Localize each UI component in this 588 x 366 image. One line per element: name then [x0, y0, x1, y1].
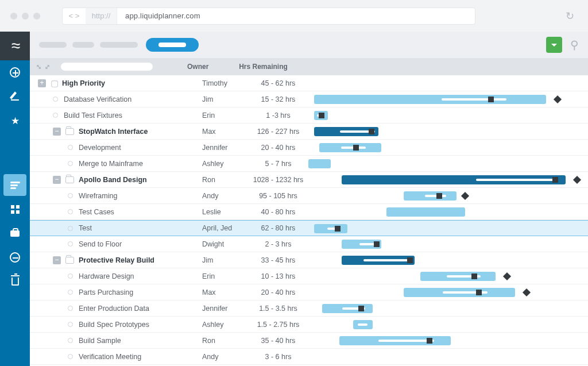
sidebar-remove[interactable]	[0, 245, 30, 269]
task-row[interactable]: Merge to MainframeAshley5 - 7 hrs	[30, 156, 588, 172]
max-dot[interactable]	[33, 13, 40, 20]
col-owner[interactable]: Owner	[187, 63, 233, 71]
gantt-bar[interactable]	[314, 127, 378, 136]
task-row[interactable]: Hardware DesignErin10 - 13 hrs	[30, 268, 588, 284]
gantt-bar[interactable]	[342, 256, 415, 265]
hrs-cell: 45 - 62 hrs	[248, 79, 308, 87]
task-row[interactable]: Enter Production DataJennifer1.5 - 3.5 h…	[30, 300, 588, 317]
search-icon[interactable]: ⚲	[570, 38, 579, 52]
task-row[interactable]: Test CasesLeslie40 - 80 hrs	[30, 204, 588, 220]
gantt-bar[interactable]	[342, 240, 381, 249]
sidebar-projects[interactable]	[3, 174, 26, 196]
owner-cell: Ashley	[202, 160, 248, 168]
owner-cell: Ron	[202, 337, 248, 345]
bar-marker	[369, 129, 374, 134]
task-name: Verification Meeting	[79, 353, 141, 361]
bar-marker	[374, 241, 380, 247]
folder-row[interactable]: −Apollo Band DesignRon1028 - 1232 hrs	[30, 172, 588, 188]
gantt-bar[interactable]	[339, 336, 451, 345]
gantt-bar[interactable]	[314, 224, 347, 233]
gantt-bar[interactable]	[353, 320, 373, 329]
nav-arrows-icon[interactable]: < >	[63, 11, 86, 20]
gantt-bar[interactable]	[319, 143, 381, 152]
filter-input[interactable]	[61, 63, 153, 71]
task-icon	[68, 354, 73, 359]
owner-cell: Ron	[202, 176, 248, 184]
protocol-label: http://	[86, 8, 117, 24]
trash-icon	[11, 278, 19, 286]
gantt-bar[interactable]	[342, 175, 566, 184]
gantt-bar[interactable]	[420, 272, 496, 281]
task-name: Database Verification	[64, 95, 131, 103]
bar-range	[442, 98, 506, 101]
url-text[interactable]: app.liquidplanner.com	[117, 11, 200, 20]
list-icon	[10, 182, 20, 188]
task-row[interactable]: DevelopmentJennifer20 - 40 hrs	[30, 140, 588, 156]
task-row[interactable]: WireframingAndy95 - 105 hrs	[30, 188, 588, 204]
gantt-bar[interactable]	[322, 304, 373, 313]
owner-cell: Erin	[202, 272, 248, 280]
sidebar-portfolio[interactable]	[0, 221, 30, 245]
gantt-cell	[308, 284, 588, 300]
gantt-bar[interactable]	[314, 95, 546, 104]
hrs-cell: 95 - 105 hrs	[248, 192, 308, 200]
toggler-icon[interactable]: +	[38, 79, 46, 87]
milestone-diamond-icon	[461, 192, 469, 200]
task-row[interactable]: Parts PurchasingMax20 - 40 hrs	[30, 284, 588, 300]
expand-icon[interactable]: ⤡	[36, 63, 41, 71]
gantt-bar[interactable]	[308, 159, 331, 168]
sidebar-trash[interactable]	[0, 269, 30, 294]
close-dot[interactable]	[10, 13, 17, 20]
min-dot[interactable]	[22, 13, 29, 20]
toolbar: ⚲	[30, 32, 588, 58]
package-row[interactable]: +▢High PriorityTimothy45 - 62 hrs	[30, 75, 588, 91]
folder-row[interactable]: −StopWatch InterfaceMax126 - 227 hrs	[30, 124, 588, 140]
bar-marker	[353, 145, 359, 151]
task-row[interactable]: Send to FloorDwight2 - 3 hrs	[30, 236, 588, 252]
owner-cell: Ashley	[202, 321, 248, 329]
task-icon	[68, 241, 73, 246]
briefcase-icon	[10, 230, 20, 237]
task-name: Hardware Design	[79, 272, 134, 280]
gantt-cell	[308, 268, 588, 284]
sidebar-add[interactable]	[0, 60, 30, 84]
task-row[interactable]: TestApril, Jed62 - 80 hrs	[30, 220, 588, 236]
gantt-bar[interactable]	[386, 207, 465, 217]
task-icon	[68, 306, 73, 311]
toggler-icon[interactable]: −	[53, 176, 61, 184]
sidebar-favorites[interactable]	[0, 109, 30, 133]
gantt-bar[interactable]	[404, 288, 516, 297]
app-logo[interactable]: ≈	[0, 32, 30, 60]
gantt-bar[interactable]	[404, 191, 457, 201]
col-hrs[interactable]: Hrs Remaining	[233, 63, 293, 71]
reload-icon[interactable]: ↻	[562, 10, 578, 22]
folder-icon	[65, 176, 74, 183]
task-row[interactable]: Build Test FixturesErin1 -3 hrs	[30, 107, 588, 124]
task-row[interactable]: Verification MeetingAndy3 - 6 hrs	[30, 349, 588, 365]
task-row[interactable]: Build Spec PrototypesAshley1.5 - 2.75 hr…	[30, 317, 588, 333]
toggler-icon[interactable]: −	[53, 128, 61, 136]
task-name: Wireframing	[79, 192, 117, 200]
hrs-cell: 126 - 227 hrs	[248, 128, 308, 136]
bar-marker	[476, 290, 482, 295]
gantt-cell	[308, 333, 588, 348]
sidebar-dashboard[interactable]	[0, 197, 30, 221]
sidebar: ≈	[0, 32, 30, 366]
sidebar-edit[interactable]	[0, 84, 30, 109]
hrs-cell: 40 - 80 hrs	[248, 208, 308, 216]
task-row[interactable]: Build SampleRon35 - 40 hrs	[30, 333, 588, 349]
task-icon	[53, 97, 58, 102]
collapse-icon[interactable]: ⤢	[45, 63, 50, 71]
milestone-diamond-icon	[573, 176, 581, 184]
breadcrumb-placeholder	[100, 42, 138, 48]
primary-action-button[interactable]	[146, 38, 199, 52]
status-dropdown[interactable]	[546, 37, 562, 53]
owner-cell: Andy	[202, 192, 248, 200]
url-bar[interactable]: < > http:// app.liquidplanner.com	[62, 7, 475, 25]
gantt-bar[interactable]	[314, 111, 328, 120]
bar-range	[425, 195, 446, 197]
toggler-icon[interactable]: −	[53, 256, 61, 264]
folder-row[interactable]: −Protective Relay BuildJim33 - 45 hrs	[30, 252, 588, 268]
task-row[interactable]: Database VerificationJim15 - 32 hrs	[30, 91, 588, 107]
task-name: Protective Relay Build	[79, 256, 154, 264]
